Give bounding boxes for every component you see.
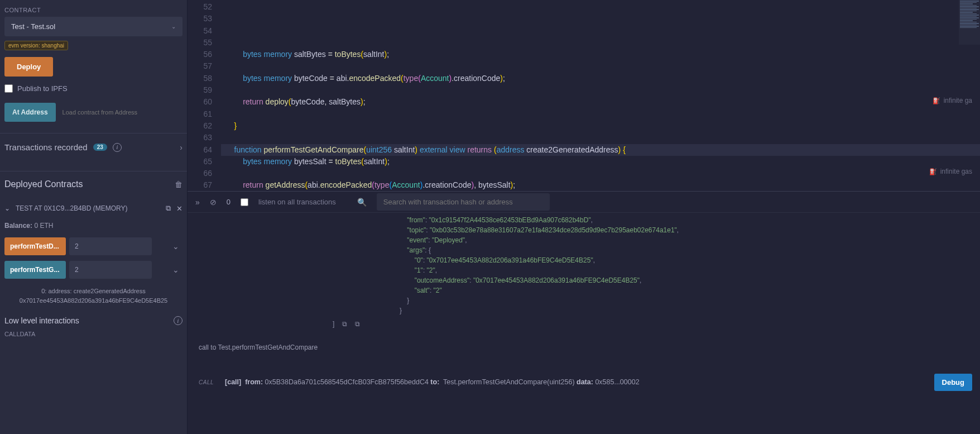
terminal-toolbar: » ⊘ 0 listen on all transactions 🔍 xyxy=(188,192,980,213)
ban-icon[interactable]: ⊘ xyxy=(210,198,217,207)
gas-hint: ⛽infinite gas xyxy=(929,166,972,178)
tx-recorded-label: Transactions recorded xyxy=(4,142,88,152)
function-performtestd-input[interactable] xyxy=(69,237,152,255)
fuel-icon: ⛽ xyxy=(933,95,940,107)
terminal-body[interactable]: "from": "0x1c91547f2A44538ce62453bEBd9Aa… xyxy=(188,213,980,434)
evm-version-badge: evm version: shanghai xyxy=(4,41,68,50)
listen-label: listen on all transactions xyxy=(258,198,336,206)
at-address-button[interactable]: At Address xyxy=(4,103,56,122)
fuel-icon: ⛽ xyxy=(929,166,937,178)
chevron-down-icon: ⌄ xyxy=(171,23,176,30)
transactions-recorded-row[interactable]: Transactions recorded 23 i › xyxy=(4,133,182,160)
function-output: 0: address: create2GeneratedAddress 0x70… xyxy=(4,284,182,311)
publish-ipfs-checkbox[interactable] xyxy=(4,84,13,93)
code-content[interactable]: ⛽infinite ga ⛽infinite gas bytes memory … xyxy=(221,0,980,191)
instance-name: TEST AT 0X1C9...2B4BD (MEMORY) xyxy=(16,204,160,212)
at-address-input[interactable] xyxy=(60,103,182,122)
terminal-search-input[interactable] xyxy=(377,193,550,211)
chevron-down-icon[interactable]: ⌄ xyxy=(169,265,182,274)
info-icon[interactable]: i xyxy=(113,143,122,152)
search-icon[interactable]: 🔍 xyxy=(357,198,367,207)
trash-icon[interactable]: 🗑 xyxy=(175,180,182,189)
info-icon[interactable]: i xyxy=(174,316,182,325)
minimap[interactable] xyxy=(959,0,980,45)
publish-ipfs-label: Publish to IPFS xyxy=(17,84,68,93)
function-performtestg-input[interactable] xyxy=(69,261,152,279)
contract-selected: Test - Test.sol xyxy=(11,22,55,31)
deployed-contracts-title: Deployed Contracts xyxy=(4,179,83,189)
copy-icon[interactable]: ⧉ xyxy=(166,204,171,213)
pending-count: 0 xyxy=(227,198,230,206)
call-badge: CALL xyxy=(199,378,214,387)
contract-label: CONTRACT xyxy=(4,7,182,13)
function-performtestg-button[interactable]: performTestG... xyxy=(4,261,66,279)
chevron-down-icon[interactable]: ⌄ xyxy=(4,204,10,212)
gas-hint: ⛽infinite ga xyxy=(933,95,972,107)
publish-ipfs-row[interactable]: Publish to IPFS xyxy=(4,84,182,93)
balance-label: Balance: xyxy=(4,222,32,230)
tx-count-badge: 23 xyxy=(93,144,107,151)
terminal-panel: » ⊘ 0 listen on all transactions 🔍 "from… xyxy=(188,191,980,434)
balance-value: 0 ETH xyxy=(34,222,53,230)
collapse-icon[interactable]: » xyxy=(195,198,200,207)
copy-icon[interactable]: ⧉ xyxy=(342,319,347,329)
main-area: 5253545556575859606162636465666768 ⛽infi… xyxy=(188,0,980,434)
debug-button[interactable]: Debug xyxy=(934,374,972,391)
calldata-label: CALLDATA xyxy=(4,331,182,337)
contract-instance: ⌄ TEST AT 0X1C9...2B4BD (MEMORY) ⧉ ✕ Bal… xyxy=(4,201,182,337)
code-editor[interactable]: 5253545556575859606162636465666768 ⛽infi… xyxy=(188,0,980,191)
listen-checkbox[interactable] xyxy=(241,198,248,206)
deploy-button[interactable]: Deploy xyxy=(4,57,53,77)
line-gutter: 5253545556575859606162636465666768 xyxy=(188,0,221,191)
deploy-sidebar: CONTRACT Test - Test.sol ⌄ evm version: … xyxy=(0,0,188,434)
chevron-right-icon: › xyxy=(180,143,182,152)
low-level-title: Low level interactions xyxy=(4,316,79,325)
copy-icon[interactable]: ⧉ xyxy=(355,319,360,329)
close-icon[interactable]: ✕ xyxy=(176,204,182,213)
bracket-close: ] xyxy=(333,319,334,329)
contract-selector[interactable]: Test - Test.sol ⌄ xyxy=(4,17,182,36)
function-performtestd-button[interactable]: performTestD... xyxy=(4,237,66,255)
chevron-down-icon[interactable]: ⌄ xyxy=(169,242,182,251)
